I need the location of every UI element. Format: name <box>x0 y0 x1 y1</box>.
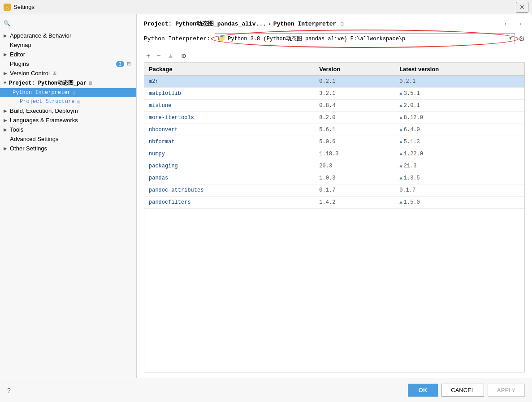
external-icon: ⊞ <box>74 90 77 96</box>
external-icon: ⊞ <box>52 70 56 76</box>
breadcrumb-nav: ← → <box>502 20 525 28</box>
remove-package-button[interactable]: − <box>154 51 163 60</box>
pkg-version-cell: 20.3 <box>315 160 395 172</box>
sidebar-item-label: Python Interpreter <box>13 90 71 96</box>
pkg-name-cell: pandas <box>144 172 315 184</box>
nav-forward-button[interactable]: → <box>514 20 525 28</box>
footer: ? OK CANCEL APPLY <box>0 378 532 402</box>
up-button[interactable]: ▲ <box>165 51 177 60</box>
table-row[interactable]: nbformat5.0.6▲5.1.3 <box>144 136 524 148</box>
pkg-name-cell: pandocfilters <box>144 197 315 209</box>
gear-icon[interactable]: ⚙ <box>519 34 525 43</box>
table-row[interactable]: pandocfilters1.4.2▲1.5.0 <box>144 197 524 209</box>
sidebar-item-languages[interactable]: ▶ Languages & Frameworks <box>0 115 136 125</box>
chevron-icon: ▶ <box>4 108 7 113</box>
package-toolbar: + − ▲ <box>144 50 525 63</box>
sidebar-item-plugins[interactable]: Plugins 3 ⊞ <box>0 59 136 68</box>
chevron-icon: ▶ <box>4 33 7 38</box>
table-row[interactable]: packaging20.3▲21.3 <box>144 160 524 172</box>
pkg-latest-cell: ▲1.22.0 <box>395 148 524 160</box>
chevron-icon: ▶ <box>4 71 7 76</box>
pkg-latest-cell: 0.2.1 <box>395 76 524 88</box>
pkg-latest-cell: ▲5.1.3 <box>395 136 524 148</box>
pkg-name-cell: matplotlib <box>144 88 315 100</box>
sidebar-item-advanced[interactable]: Advanced Settings <box>0 134 136 144</box>
main-container: 🔍 ▶ Appearance & Behavior Keymap ▶ Edito… <box>0 14 532 378</box>
sidebar-item-other[interactable]: ▶ Other Settings <box>0 144 136 153</box>
pkg-latest-cell: ▲3.5.1 <box>395 88 524 100</box>
pkg-name-cell: packaging <box>144 160 315 172</box>
show-details-button[interactable] <box>178 51 189 60</box>
table-row[interactable]: more-itertools8.2.0▲8.12.0 <box>144 112 524 124</box>
external-icon: ⊞ <box>77 99 80 105</box>
chevron-icon: ▶ <box>4 146 7 151</box>
chevron-icon: ▶ <box>4 127 7 132</box>
ok-button[interactable]: OK <box>408 384 438 397</box>
upgrade-arrow-icon: ▲ <box>399 91 402 96</box>
interpreter-row: Python Interpreter: <box>144 33 525 44</box>
table-row[interactable]: numpy1.18.3▲1.22.0 <box>144 148 524 160</box>
sidebar-item-python-interpreter[interactable]: Python Interpreter ⊞ <box>0 88 136 97</box>
sidebar-item-build[interactable]: ▶ Build, Execution, Deploym <box>0 106 136 115</box>
interpreter-dropdown-wrap: Python 3.8 (Python动态图_pandas_alive) E:\a… <box>215 33 515 44</box>
upgrade-arrow-icon: ▲ <box>399 163 402 169</box>
chevron-icon: ▼ <box>4 81 6 86</box>
pkg-latest-cell: ▲6.4.0 <box>395 124 524 136</box>
footer-buttons: OK CANCEL APPLY <box>408 384 525 397</box>
breadcrumb-path: Project: Python动态图_pandas_aliv... <box>144 20 266 28</box>
sidebar-item-editor[interactable]: ▶ Editor <box>0 50 136 59</box>
sidebar-item-label: Appearance & Behavior <box>10 32 71 39</box>
pkg-version-cell: 1.18.3 <box>315 148 395 160</box>
search-icon: 🔍 <box>4 20 10 26</box>
upgrade-arrow-icon: ▲ <box>399 127 402 133</box>
sidebar-item-label: Editor <box>10 51 25 58</box>
breadcrumb-current: Python Interpreter <box>273 21 336 27</box>
pkg-name-cell: more-itertools <box>144 112 315 124</box>
add-package-button[interactable]: + <box>144 51 152 60</box>
pkg-name-cell: m2r <box>144 76 315 88</box>
interpreter-dropdown[interactable]: Python 3.8 (Python动态图_pandas_alive) E:\a… <box>215 33 515 44</box>
pkg-latest-cell: ▲8.12.0 <box>395 112 524 124</box>
external-icon: ⊞ <box>89 80 92 86</box>
close-button[interactable]: ✕ <box>516 2 528 13</box>
pkg-name-cell: pandoc-attributes <box>144 184 315 197</box>
table-row[interactable]: mistune0.8.4▲2.0.1 <box>144 100 524 112</box>
sidebar-item-project-structure[interactable]: Project Structure ⊞ <box>0 97 136 106</box>
apply-button[interactable]: APPLY <box>488 384 525 397</box>
window-icon[interactable]: ⊟ <box>341 21 344 27</box>
pkg-version-cell: 3.2.1 <box>315 88 395 100</box>
search-input[interactable] <box>12 20 133 26</box>
table-row[interactable]: pandas1.0.3▲1.3.5 <box>144 172 524 184</box>
sidebar-item-vcs[interactable]: ▶ Version Control ⊞ <box>0 68 136 78</box>
pkg-latest-cell: ▲21.3 <box>395 160 524 172</box>
sidebar-item-keymap[interactable]: Keymap <box>0 40 136 50</box>
nav-back-button[interactable]: ← <box>502 20 512 28</box>
cancel-button[interactable]: CANCEL <box>441 384 484 397</box>
plugins-badge: 3 <box>116 61 124 67</box>
pkg-version-cell: 0.8.4 <box>315 100 395 112</box>
dropdown-arrow-icon: ▼ <box>509 36 512 41</box>
title-bar-left: 🐍 Settings <box>4 4 35 11</box>
table-row[interactable]: nbconvert5.6.1▲6.4.0 <box>144 124 524 136</box>
upgrade-arrow-icon: ▲ <box>399 139 402 145</box>
sidebar: 🔍 ▶ Appearance & Behavior Keymap ▶ Edito… <box>0 14 137 378</box>
search-bar: 🔍 <box>0 18 136 28</box>
sidebar-item-label: Keymap <box>10 42 31 48</box>
pkg-latest-cell: ▲1.5.0 <box>395 197 524 209</box>
sidebar-item-appearance[interactable]: ▶ Appearance & Behavior <box>0 31 136 40</box>
svg-text:🐍: 🐍 <box>5 4 11 10</box>
pkg-name-cell: nbconvert <box>144 124 315 136</box>
upgrade-arrow-icon: ▲ <box>399 200 402 205</box>
col-package: Package <box>144 63 315 76</box>
sidebar-item-project[interactable]: ▼ Project: Python动态图_par ⊞ <box>0 78 136 88</box>
title-bar: 🐍 Settings ✕ <box>0 0 532 14</box>
pkg-version-cell: 5.6.1 <box>315 124 395 136</box>
pkg-version-cell: 8.2.0 <box>315 112 395 124</box>
sidebar-item-tools[interactable]: ▶ Tools <box>0 125 136 134</box>
table-row[interactable]: pandoc-attributes0.1.70.1.7 <box>144 184 524 197</box>
interpreter-value: Python 3.8 (Python动态图_pandas_alive) E:\a… <box>228 35 405 43</box>
table-row[interactable]: m2r0.2.10.2.1 <box>144 76 524 88</box>
table-row[interactable]: matplotlib3.2.1▲3.5.1 <box>144 88 524 100</box>
package-table: Package Version Latest version m2r0.2.10… <box>144 63 524 209</box>
help-button[interactable]: ? <box>7 387 11 394</box>
